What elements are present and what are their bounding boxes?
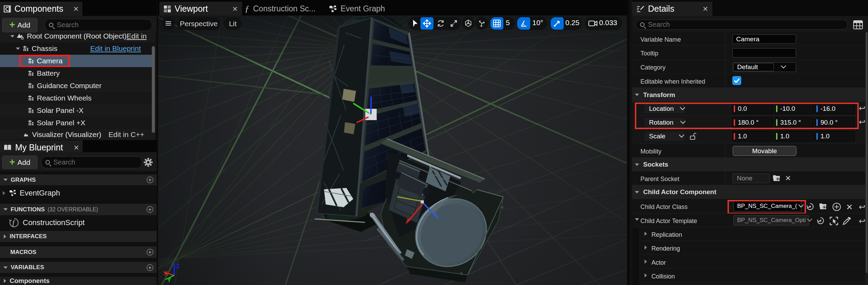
svg-text:X: X bbox=[164, 271, 168, 276]
svg-text:Z: Z bbox=[176, 263, 179, 270]
svg-text:Y: Y bbox=[167, 277, 171, 283]
svg-text:f: f bbox=[12, 219, 15, 227]
